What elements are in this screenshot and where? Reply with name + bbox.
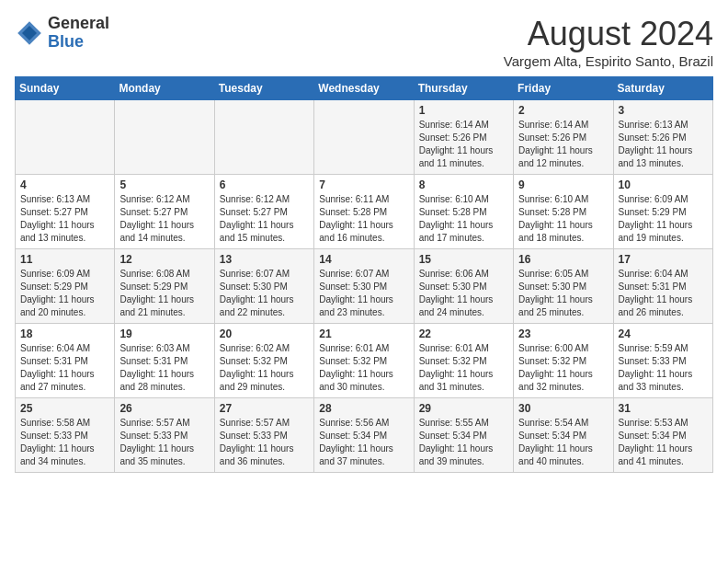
- day-number: 28: [319, 402, 408, 415]
- day-number: 4: [20, 178, 109, 191]
- day-info: Sunrise: 6:14 AM Sunset: 5:26 PM Dayligh…: [419, 119, 508, 170]
- day-number: 29: [419, 402, 508, 415]
- day-number: 19: [119, 327, 209, 340]
- calendar-cell: 19Sunrise: 6:03 AM Sunset: 5:31 PM Dayli…: [115, 324, 214, 398]
- day-number: 15: [419, 253, 508, 266]
- calendar-cell: 17Sunrise: 6:04 AM Sunset: 5:31 PM Dayli…: [613, 249, 712, 324]
- day-info: Sunrise: 6:05 AM Sunset: 5:30 PM Dayligh…: [518, 268, 608, 319]
- calendar-cell: 26Sunrise: 5:57 AM Sunset: 5:33 PM Dayli…: [115, 398, 214, 473]
- day-info: Sunrise: 6:10 AM Sunset: 5:28 PM Dayligh…: [518, 193, 608, 245]
- calendar-cell: [214, 100, 313, 175]
- weekday-header: Wednesday: [314, 77, 414, 100]
- weekday-header: Saturday: [613, 77, 712, 100]
- day-number: 16: [518, 253, 608, 266]
- weekday-header: Friday: [514, 77, 613, 100]
- day-number: 22: [419, 327, 508, 340]
- weekday-header: Thursday: [414, 77, 513, 100]
- day-info: Sunrise: 6:10 AM Sunset: 5:28 PM Dayligh…: [419, 193, 508, 245]
- day-info: Sunrise: 6:08 AM Sunset: 5:29 PM Dayligh…: [119, 268, 209, 319]
- page-header: General Blue August 2024 Vargem Alta, Es…: [15, 15, 713, 69]
- calendar-week-row: 4Sunrise: 6:13 AM Sunset: 5:27 PM Daylig…: [16, 175, 713, 249]
- calendar-cell: 11Sunrise: 6:09 AM Sunset: 5:29 PM Dayli…: [16, 249, 115, 324]
- calendar-header-row: SundayMondayTuesdayWednesdayThursdayFrid…: [16, 77, 713, 100]
- day-number: 23: [518, 327, 608, 340]
- day-info: Sunrise: 6:00 AM Sunset: 5:32 PM Dayligh…: [518, 342, 608, 394]
- day-info: Sunrise: 6:12 AM Sunset: 5:27 PM Dayligh…: [119, 193, 209, 245]
- calendar-cell: 14Sunrise: 6:07 AM Sunset: 5:30 PM Dayli…: [314, 249, 414, 324]
- day-number: 2: [518, 104, 608, 117]
- day-info: Sunrise: 5:59 AM Sunset: 5:33 PM Dayligh…: [619, 342, 708, 394]
- day-number: 9: [518, 178, 608, 191]
- calendar-cell: 21Sunrise: 6:01 AM Sunset: 5:32 PM Dayli…: [314, 324, 414, 398]
- calendar-cell: 3Sunrise: 6:13 AM Sunset: 5:26 PM Daylig…: [613, 100, 712, 175]
- calendar-cell: 25Sunrise: 5:58 AM Sunset: 5:33 PM Dayli…: [16, 398, 115, 473]
- day-info: Sunrise: 5:58 AM Sunset: 5:33 PM Dayligh…: [20, 417, 109, 468]
- day-number: 11: [20, 253, 109, 266]
- day-info: Sunrise: 6:12 AM Sunset: 5:27 PM Dayligh…: [220, 193, 309, 245]
- logo-blue: Blue: [48, 33, 109, 52]
- day-number: 20: [220, 327, 309, 340]
- day-number: 13: [220, 253, 309, 266]
- calendar-cell: [115, 100, 214, 175]
- calendar-cell: 15Sunrise: 6:06 AM Sunset: 5:30 PM Dayli…: [414, 249, 513, 324]
- logo-icon: [15, 18, 44, 48]
- day-number: 26: [119, 402, 209, 415]
- day-number: 8: [419, 178, 508, 191]
- day-info: Sunrise: 6:03 AM Sunset: 5:31 PM Dayligh…: [119, 342, 209, 394]
- day-number: 1: [419, 104, 508, 117]
- weekday-header: Tuesday: [214, 77, 313, 100]
- day-number: 7: [319, 178, 408, 191]
- day-info: Sunrise: 6:09 AM Sunset: 5:29 PM Dayligh…: [619, 193, 708, 245]
- day-number: 21: [319, 327, 408, 340]
- day-number: 10: [619, 178, 708, 191]
- logo: General Blue: [15, 15, 109, 52]
- day-number: 18: [20, 327, 109, 340]
- calendar-week-row: 18Sunrise: 6:04 AM Sunset: 5:31 PM Dayli…: [16, 324, 713, 398]
- day-info: Sunrise: 6:09 AM Sunset: 5:29 PM Dayligh…: [20, 268, 109, 319]
- calendar-cell: 22Sunrise: 6:01 AM Sunset: 5:32 PM Dayli…: [414, 324, 513, 398]
- day-number: 3: [619, 104, 708, 117]
- calendar-cell: 5Sunrise: 6:12 AM Sunset: 5:27 PM Daylig…: [115, 175, 214, 249]
- weekday-header: Sunday: [16, 77, 115, 100]
- title-block: August 2024 Vargem Alta, Espirito Santo,…: [504, 15, 713, 69]
- day-info: Sunrise: 5:53 AM Sunset: 5:34 PM Dayligh…: [619, 417, 708, 468]
- day-info: Sunrise: 5:54 AM Sunset: 5:34 PM Dayligh…: [518, 417, 608, 468]
- calendar-cell: 16Sunrise: 6:05 AM Sunset: 5:30 PM Dayli…: [514, 249, 613, 324]
- day-info: Sunrise: 6:01 AM Sunset: 5:32 PM Dayligh…: [419, 342, 508, 394]
- calendar-cell: 10Sunrise: 6:09 AM Sunset: 5:29 PM Dayli…: [613, 175, 712, 249]
- calendar-cell: 31Sunrise: 5:53 AM Sunset: 5:34 PM Dayli…: [613, 398, 712, 473]
- calendar-cell: 8Sunrise: 6:10 AM Sunset: 5:28 PM Daylig…: [414, 175, 513, 249]
- calendar-cell: [16, 100, 115, 175]
- calendar-cell: 2Sunrise: 6:14 AM Sunset: 5:26 PM Daylig…: [514, 100, 613, 175]
- day-number: 27: [220, 402, 309, 415]
- day-info: Sunrise: 6:04 AM Sunset: 5:31 PM Dayligh…: [619, 268, 708, 319]
- calendar-cell: 13Sunrise: 6:07 AM Sunset: 5:30 PM Dayli…: [214, 249, 313, 324]
- calendar-cell: 9Sunrise: 6:10 AM Sunset: 5:28 PM Daylig…: [514, 175, 613, 249]
- calendar-week-row: 1Sunrise: 6:14 AM Sunset: 5:26 PM Daylig…: [16, 100, 713, 175]
- day-number: 14: [319, 253, 408, 266]
- month-title: August 2024: [504, 15, 713, 53]
- day-info: Sunrise: 6:01 AM Sunset: 5:32 PM Dayligh…: [319, 342, 408, 394]
- calendar-cell: [314, 100, 414, 175]
- logo-text: General Blue: [48, 15, 109, 52]
- weekday-header: Monday: [115, 77, 214, 100]
- calendar-cell: 30Sunrise: 5:54 AM Sunset: 5:34 PM Dayli…: [514, 398, 613, 473]
- logo-general: General: [48, 15, 109, 33]
- calendar-cell: 4Sunrise: 6:13 AM Sunset: 5:27 PM Daylig…: [16, 175, 115, 249]
- calendar-table: SundayMondayTuesdayWednesdayThursdayFrid…: [15, 76, 713, 473]
- day-number: 12: [119, 253, 209, 266]
- day-info: Sunrise: 6:02 AM Sunset: 5:32 PM Dayligh…: [220, 342, 309, 394]
- day-info: Sunrise: 5:57 AM Sunset: 5:33 PM Dayligh…: [119, 417, 209, 468]
- calendar-cell: 12Sunrise: 6:08 AM Sunset: 5:29 PM Dayli…: [115, 249, 214, 324]
- day-number: 31: [619, 402, 708, 415]
- day-info: Sunrise: 6:11 AM Sunset: 5:28 PM Dayligh…: [319, 193, 408, 245]
- calendar-week-row: 25Sunrise: 5:58 AM Sunset: 5:33 PM Dayli…: [16, 398, 713, 473]
- calendar-cell: 6Sunrise: 6:12 AM Sunset: 5:27 PM Daylig…: [214, 175, 313, 249]
- calendar-cell: 7Sunrise: 6:11 AM Sunset: 5:28 PM Daylig…: [314, 175, 414, 249]
- calendar-cell: 24Sunrise: 5:59 AM Sunset: 5:33 PM Dayli…: [613, 324, 712, 398]
- day-number: 17: [619, 253, 708, 266]
- day-number: 30: [518, 402, 608, 415]
- day-info: Sunrise: 5:55 AM Sunset: 5:34 PM Dayligh…: [419, 417, 508, 468]
- day-info: Sunrise: 5:57 AM Sunset: 5:33 PM Dayligh…: [220, 417, 309, 468]
- day-info: Sunrise: 6:07 AM Sunset: 5:30 PM Dayligh…: [220, 268, 309, 319]
